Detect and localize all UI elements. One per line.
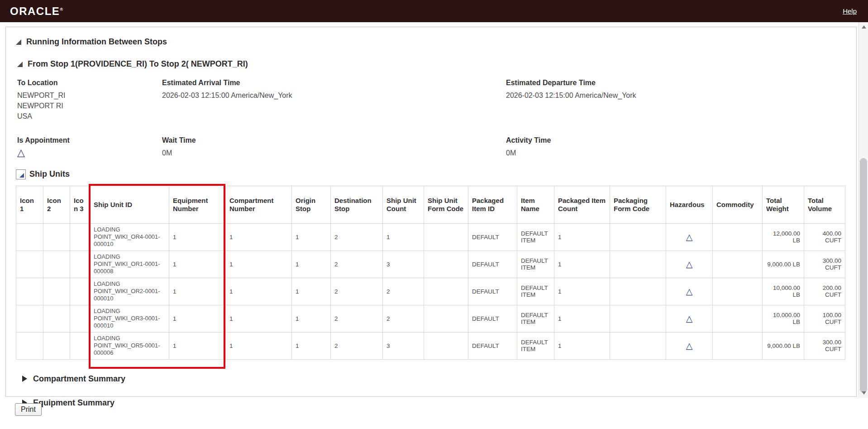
col-header-total-volume: Total Volume (804, 186, 845, 223)
cell-total-volume: 400.00 CUFT (804, 223, 845, 251)
cell-commodity (713, 278, 763, 305)
table-row[interactable]: LOADING POINT_WIKI_OR1-0001-00000811123D… (16, 251, 845, 278)
vertical-scrollbar[interactable] (858, 22, 868, 398)
section-ship-units[interactable]: Ship Units (16, 169, 846, 179)
print-button[interactable]: Print (15, 403, 42, 416)
cell-packaged-item-id: DEFAULT (468, 305, 517, 332)
cell-icon1 (16, 278, 43, 305)
cell-packaged-item-count: 1 (554, 332, 610, 359)
ship-units-tbody: LOADING POINT_WIKI_OR4-0001-00001011121D… (16, 223, 845, 359)
oracle-logo: ORACLE® (10, 5, 63, 18)
expand-triangle-icon (22, 376, 27, 382)
field-is-appointment: Is Appointment △ (17, 136, 162, 159)
cell-ship-unit-count: 2 (383, 305, 424, 332)
cell-icon1 (16, 332, 43, 359)
cell-icon2 (43, 278, 70, 305)
section-from-stop-to-stop[interactable]: From Stop 1(PROVIDENCE_RI) To Stop 2( NE… (17, 59, 846, 69)
cell-total-volume: 300.00 CUFT (804, 332, 845, 359)
activity-time-label: Activity Time (506, 136, 846, 145)
help-link[interactable]: Help (843, 7, 857, 15)
footer: Print (15, 403, 42, 416)
cell-packaging-form-code (610, 223, 666, 251)
field-estimated-arrival-time: Estimated Arrival Time 2026-02-03 12:15:… (162, 79, 506, 122)
section-equipment-summary[interactable]: Equipment Summary (22, 398, 846, 408)
table-row[interactable]: LOADING POINT_WIKI_OR2-0001-00001011122D… (16, 278, 845, 305)
equipment-summary-title: Equipment Summary (33, 398, 114, 408)
to-location-label: To Location (17, 79, 162, 87)
table-row[interactable]: LOADING POINT_WIKI_OR5-0001-00000611123D… (16, 332, 845, 359)
cell-item-name: DEFAULT ITEM (517, 251, 554, 278)
field-wait-time: Wait Time 0M (162, 136, 506, 159)
cell-equipment-number: 1 (169, 305, 226, 332)
cell-commodity (713, 332, 763, 359)
cell-total-volume: 200.00 CUFT (804, 278, 845, 305)
cell-packaged-item-id: DEFAULT (468, 332, 517, 359)
cell-destination-stop: 2 (331, 332, 383, 359)
col-header-ship-unit-id: Ship Unit ID (90, 186, 169, 223)
section-running-information[interactable]: Running Information Between Stops (16, 37, 846, 47)
cell-origin-stop: 1 (292, 305, 331, 332)
estimated-departure-label: Estimated Departure Time (506, 79, 846, 87)
cell-packaging-form-code (610, 332, 666, 359)
scroll-up-arrow-icon[interactable] (859, 22, 868, 32)
cell-ship-unit-id: LOADING POINT_WIKI_OR1-0001-000008 (90, 251, 169, 278)
cell-hazardous: △ (666, 278, 713, 305)
col-header-packaging-form-code: Packaging Form Code (610, 186, 666, 223)
col-header-icon-3: Icon 3 (70, 186, 90, 223)
cell-destination-stop: 2 (331, 251, 383, 278)
section-compartment-summary[interactable]: Compartment Summary (22, 374, 846, 384)
cell-compartment-number: 1 (226, 305, 292, 332)
cell-packaged-item-id: DEFAULT (468, 223, 517, 251)
collapse-triangle-icon (16, 39, 21, 45)
cell-destination-stop: 2 (331, 305, 383, 332)
cell-total-volume: 300.00 CUFT (804, 251, 845, 278)
cell-total-weight: 9,000.00 LB (763, 332, 804, 359)
cell-destination-stop: 2 (331, 278, 383, 305)
cell-ship-unit-count: 1 (383, 223, 424, 251)
cell-hazardous: △ (666, 332, 713, 359)
cell-total-weight: 10,000.00 LB (763, 278, 804, 305)
cell-icon1 (16, 223, 43, 251)
cell-ship-unit-id: LOADING POINT_WIKI_OR2-0001-000010 (90, 278, 169, 305)
compartment-summary-title: Compartment Summary (33, 374, 125, 384)
col-header-item-name: Item Name (517, 186, 554, 223)
scrollbar-thumb[interactable] (860, 158, 867, 393)
table-row[interactable]: LOADING POINT_WIKI_OR4-0001-00001011121D… (16, 223, 845, 251)
cell-icon3 (70, 305, 90, 332)
hazardous-triangle-icon: △ (686, 341, 693, 351)
cell-total-volume: 100.00 CUFT (804, 305, 845, 332)
cell-origin-stop: 1 (292, 332, 331, 359)
cell-ship-unit-count: 2 (383, 278, 424, 305)
table-row[interactable]: LOADING POINT_WIKI_OR3-0001-00001011122D… (16, 305, 845, 332)
activity-time-value: 0M (506, 148, 846, 158)
col-header-ship-unit-form-code: Ship Unit Form Code (424, 186, 468, 223)
cell-equipment-number: 1 (169, 332, 226, 359)
cell-ship-unit-count: 3 (383, 332, 424, 359)
col-header-equipment-number: Equipment Number (169, 186, 226, 223)
appointment-triangle-icon: △ (17, 147, 25, 158)
cell-icon3 (70, 223, 90, 251)
col-header-ship-unit-count: Ship Unit Count (383, 186, 424, 223)
cell-commodity (713, 223, 763, 251)
scroll-down-arrow-icon[interactable] (859, 388, 868, 398)
cell-packaged-item-count: 1 (554, 223, 610, 251)
running-information-title: Running Information Between Stops (26, 37, 167, 47)
field-to-location: To Location NEWPORT_RI NEWPORT RI USA (17, 79, 162, 122)
cell-ship-unit-form-code (424, 278, 468, 305)
wait-time-label: Wait Time (162, 136, 506, 145)
cell-origin-stop: 1 (292, 251, 331, 278)
cell-origin-stop: 1 (292, 223, 331, 251)
top-header-bar: ORACLE® Help (0, 0, 868, 22)
cell-ship-unit-form-code (424, 332, 468, 359)
cell-compartment-number: 1 (226, 278, 292, 305)
cell-packaged-item-count: 1 (554, 278, 610, 305)
cell-ship-unit-id: LOADING POINT_WIKI_OR3-0001-000010 (90, 305, 169, 332)
main-panel: Running Information Between Stops From S… (5, 27, 857, 397)
field-estimated-departure-time: Estimated Departure Time 2026-02-03 12:1… (506, 79, 846, 122)
col-header-destination-stop: Destination Stop (331, 186, 383, 223)
col-header-origin-stop: Origin Stop (292, 186, 331, 223)
cell-packaging-form-code (610, 251, 666, 278)
cell-packaged-item-count: 1 (554, 305, 610, 332)
cell-ship-unit-form-code (424, 223, 468, 251)
cell-commodity (713, 251, 763, 278)
